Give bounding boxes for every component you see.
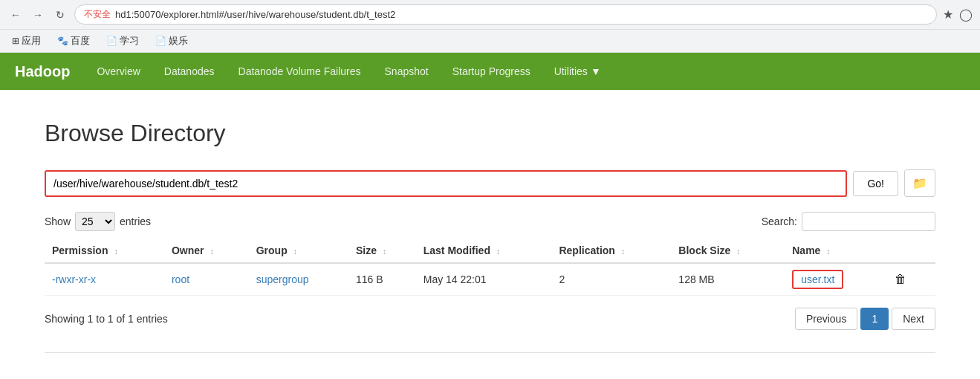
file-name-link[interactable]: user.txt	[792, 270, 843, 289]
cell-block-size: 128 MB	[671, 263, 785, 296]
sort-permission-icon[interactable]: ↕	[114, 247, 118, 256]
cell-permission: -rwxr-xr-x	[45, 263, 164, 296]
address-bar[interactable]: 不安全 hd1:50070/explorer.html#/user/hive/w…	[74, 4, 937, 25]
col-last-modified: Last Modified ↕	[416, 239, 552, 263]
entries-select[interactable]: 10 25 50 100	[75, 212, 115, 231]
group-link[interactable]: supergroup	[256, 273, 309, 285]
permission-link[interactable]: -rwxr-xr-x	[52, 273, 96, 285]
cell-replication: 2	[551, 263, 671, 296]
nav-overview[interactable]: Overview	[85, 54, 152, 88]
sort-name-icon[interactable]: ↕	[826, 247, 831, 256]
show-label: Show	[45, 216, 71, 227]
cell-owner: root	[164, 263, 249, 296]
go-button[interactable]: Go!	[853, 171, 898, 196]
page-title: Browse Directory	[45, 120, 935, 147]
col-size: Size ↕	[348, 239, 416, 263]
navbar-brand[interactable]: Hadoop	[15, 63, 70, 80]
table-body: -rwxr-xr-x root supergroup 116 B May 14 …	[45, 263, 935, 296]
sort-modified-icon[interactable]: ↕	[496, 247, 501, 256]
search-label: Search:	[762, 216, 797, 227]
nav-snapshot[interactable]: Snapshot	[373, 54, 441, 88]
url-text: hd1:50070/explorer.html#/user/hive/wareh…	[115, 9, 927, 20]
delete-button[interactable]: 🗑	[890, 271, 911, 288]
reload-button[interactable]: ↻	[52, 7, 68, 23]
owner-link[interactable]: root	[172, 273, 189, 285]
folder-button[interactable]: 📁	[904, 169, 935, 197]
bookmark-entertainment-label: 娱乐	[169, 34, 188, 48]
pagination-row: Showing 1 to 1 of 1 entries Previous 1 N…	[45, 308, 935, 330]
col-block-size: Block Size ↕	[671, 239, 785, 263]
search-input[interactable]	[802, 212, 935, 231]
entertainment-icon: 📄	[155, 36, 166, 46]
forward-button[interactable]: →	[30, 7, 46, 23]
main-content: Browse Directory Go! 📁 Show 10 25 50 100…	[0, 90, 980, 379]
col-replication: Replication ↕	[551, 239, 671, 263]
previous-button[interactable]: Previous	[795, 308, 857, 330]
pagination-buttons: Previous 1 Next	[795, 308, 935, 330]
bookmark-apps[interactable]: ⊞ 应用	[7, 33, 45, 49]
browser-chrome: ← → ↻ 不安全 hd1:50070/explorer.html#/user/…	[0, 0, 980, 30]
nav-startup-progress[interactable]: Startup Progress	[441, 54, 542, 88]
entries-label: entries	[120, 216, 151, 227]
col-group: Group ↕	[249, 239, 348, 263]
bookmark-study-label: 学习	[120, 34, 139, 48]
back-button[interactable]: ←	[7, 7, 24, 23]
page-1-button[interactable]: 1	[860, 308, 889, 330]
bookmark-apps-label: 应用	[22, 34, 41, 48]
showing-text: Showing 1 to 1 of 1 entries	[45, 313, 168, 325]
cell-name: user.txt	[785, 263, 883, 296]
col-name: Name ↕	[785, 239, 883, 263]
cell-group: supergroup	[249, 263, 348, 296]
table-row: -rwxr-xr-x root supergroup 116 B May 14 …	[45, 263, 935, 296]
cell-size: 116 B	[348, 263, 416, 296]
bookmark-baidu[interactable]: 🐾 百度	[53, 33, 94, 49]
nav-datanodes[interactable]: Datanodes	[152, 54, 227, 88]
sort-group-icon[interactable]: ↕	[293, 247, 298, 256]
baidu-icon: 🐾	[57, 36, 68, 46]
navbar: Hadoop Overview Datanodes Datanode Volum…	[0, 53, 980, 90]
sort-replication-icon[interactable]: ↕	[621, 247, 626, 256]
nav-datanode-volume-failures[interactable]: Datanode Volume Failures	[227, 54, 373, 88]
path-input[interactable]	[45, 170, 847, 197]
apps-icon: ⊞	[12, 36, 19, 46]
bookmark-entertainment[interactable]: 📄 娱乐	[151, 33, 192, 49]
profile-icon[interactable]: ◯	[959, 7, 973, 22]
nav-items: Overview Datanodes Datanode Volume Failu…	[85, 54, 612, 88]
bookmark-study[interactable]: 📄 学习	[102, 33, 143, 49]
folder-icon: 📁	[912, 177, 927, 190]
table-controls: Show 10 25 50 100 entries Search:	[45, 212, 935, 231]
bookmark-star-icon[interactable]: ★	[943, 7, 953, 22]
bookmark-baidu-label: 百度	[71, 34, 90, 48]
col-permission: Permission ↕	[45, 239, 164, 263]
path-row: Go! 📁	[45, 169, 935, 197]
col-action	[883, 239, 935, 263]
bookmarks-bar: ⊞ 应用 🐾 百度 📄 学习 📄 娱乐	[0, 30, 980, 53]
sort-owner-icon[interactable]: ↕	[210, 247, 214, 256]
nav-utilities-dropdown-icon: ▼	[591, 65, 601, 77]
sort-blocksize-icon[interactable]: ↕	[736, 247, 741, 256]
cell-delete: 🗑	[883, 263, 935, 296]
nav-utilities[interactable]: Utilities ▼	[542, 54, 613, 88]
next-button[interactable]: Next	[892, 308, 935, 330]
footer-divider	[45, 352, 935, 353]
study-icon: 📄	[106, 36, 117, 46]
show-entries-control: Show 10 25 50 100 entries	[45, 212, 151, 231]
cell-last-modified: May 14 22:01	[416, 263, 552, 296]
data-table: Permission ↕ Owner ↕ Group ↕ Size ↕ Last…	[45, 239, 935, 296]
search-box: Search:	[762, 212, 935, 231]
nav-utilities-label: Utilities	[554, 65, 588, 77]
table-head: Permission ↕ Owner ↕ Group ↕ Size ↕ Last…	[45, 239, 935, 263]
col-owner: Owner ↕	[164, 239, 249, 263]
security-warning: 不安全	[84, 8, 111, 21]
sort-size-icon[interactable]: ↕	[383, 247, 387, 256]
